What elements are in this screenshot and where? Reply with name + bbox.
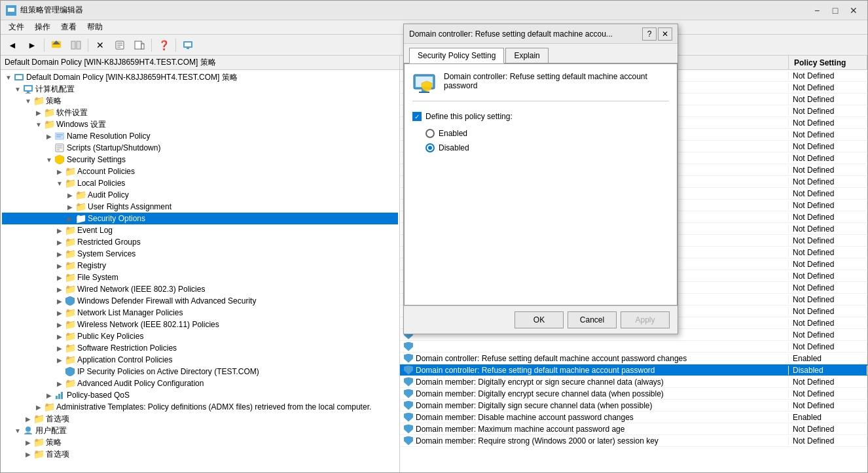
expander-defender[interactable]: ▶ [54,296,65,306]
radio-enabled[interactable] [425,129,435,138]
table-row[interactable]: Domain member: Digitally encrypt or sign… [400,376,867,388]
tree-item-wireless-network[interactable]: ▶ 📁 Wireless Network (IEEE 802.11) Polic… [2,319,398,330]
show-hide-button[interactable] [67,37,85,54]
tree-item-computer-config[interactable]: ▼ 计算机配置 [2,83,398,95]
expander-name-resolution[interactable]: ▶ [44,131,54,141]
tree-item-admin-templates[interactable]: ▶ 📁 Administrative Templates: Policy def… [2,401,398,413]
tree-item-policy[interactable]: ▼ 📁 策略 [2,95,398,107]
apply-button[interactable]: Apply [621,311,670,328]
radio-disabled[interactable] [425,143,435,152]
tree-item-user-policy[interactable]: ▶ 📁 策略 [2,436,398,448]
tree-item-event-log[interactable]: ▶ 📁 Event Log [2,224,398,236]
tree-item-file-system[interactable]: ▶ 📁 File System [2,272,398,283]
expander-user-rights[interactable]: ▶ [65,201,75,212]
tree-item-system-services[interactable]: ▶ 📁 System Services [2,248,398,260]
tree-item-ip-security[interactable]: ▶ IP Security Policies on Active Directo… [2,366,398,377]
export-button[interactable] [130,37,149,54]
table-row[interactable]: Domain member: Digitally encrypt secure … [400,388,867,400]
tree-item-network-list[interactable]: ▶ 📁 Network List Manager Policies [2,307,398,319]
expander-qos[interactable]: ▶ [44,390,54,400]
properties-button[interactable] [111,37,129,54]
expander-policy[interactable]: ▼ [23,96,33,106]
tree-item-application-control[interactable]: ▶ 📁 Application Control Policies [2,354,398,366]
policy-icon [404,436,413,446]
expander-registry[interactable]: ▶ [54,260,65,271]
menu-action[interactable]: 操作 [29,20,56,34]
back-button[interactable]: ◄ [3,37,22,54]
dialog-close-button[interactable]: ✕ [658,27,672,41]
ok-button[interactable]: OK [515,311,564,328]
expander-restricted[interactable]: ▶ [54,237,65,247]
tree-item-advanced-audit[interactable]: ▶ 📁 Advanced Audit Policy Configuration [2,377,398,389]
expander-advanced-audit[interactable]: ▶ [54,378,65,389]
expander-security-options[interactable]: ▶ [65,213,75,224]
expander-software-settings[interactable]: ▶ [33,107,44,118]
expander-audit[interactable]: ▶ [65,190,75,200]
forward-button[interactable]: ► [23,37,41,54]
tab-explain[interactable]: Explain [505,48,548,63]
menu-help[interactable]: 帮助 [82,20,108,34]
expander-windows-settings[interactable]: ▼ [33,119,44,130]
table-row[interactable]: Domain member: Disable machine account p… [400,412,867,423]
tree-item-policy-qos[interactable]: ▶ Policy-based QoS [2,389,398,401]
up-button[interactable] [47,37,65,54]
console-button[interactable] [179,37,197,54]
expander-system-services[interactable]: ▶ [54,249,65,259]
dialog-help-button[interactable]: ? [642,27,657,41]
expander-favorites[interactable]: ▶ [23,413,33,424]
delete-button[interactable]: ✕ [91,37,109,54]
expander-admin-templates[interactable]: ▶ [33,402,44,412]
tree-item-root[interactable]: ▼ Default Domain Policy [WIN-K8JJ8659HT4… [2,71,398,83]
expander-wireless[interactable]: ▶ [54,319,65,330]
tree-item-software-settings[interactable]: ▶ 📁 软件设置 [2,107,398,118]
tree-item-user-favorites[interactable]: ▶ 📁 首选项 [2,448,398,460]
tree-item-user-rights[interactable]: ▶ 📁 User Rights Assignment [2,201,398,213]
tree-item-registry[interactable]: ▶ 📁 Registry [2,260,398,272]
maximize-button[interactable]: □ [827,3,844,18]
table-row-enabled[interactable]: Domain controller: Refuse setting defaul… [400,353,867,364]
tree-item-local-policies[interactable]: ▼ 📁 Local Policies [2,177,398,189]
expander-software-restriction[interactable]: ▶ [54,343,65,353]
table-row-selected[interactable]: Domain controller: Refuse setting defaul… [400,364,867,376]
tab-security-policy-setting[interactable]: Security Policy Setting [409,48,504,63]
tree-item-user-config[interactable]: ▼ 用户配置 [2,425,398,436]
expander-local-policies[interactable]: ▼ [54,178,65,188]
tree-item-public-key[interactable]: ▶ 📁 Public Key Policies [2,330,398,342]
menu-file[interactable]: 文件 [3,20,29,34]
expander-security-settings[interactable]: ▼ [44,154,54,165]
expander-network-list[interactable]: ▶ [54,307,65,318]
tree-item-security-settings[interactable]: ▼ Security Settings [2,154,398,166]
expander-event-log[interactable]: ▶ [54,225,65,236]
define-checkbox[interactable]: ✓ [412,112,422,121]
expander-user-favorites[interactable]: ▶ [23,449,33,459]
tree-item-scripts[interactable]: ▶ Scripts (Startup/Shutdown) [2,142,398,154]
tree-item-software-restriction[interactable]: ▶ 📁 Software Restriction Policies [2,342,398,354]
expander-app-control[interactable]: ▶ [54,355,65,365]
expander-computer-config[interactable]: ▼ [12,84,23,94]
table-row[interactable]: Domain member: Digitally sign secure cha… [400,400,867,412]
expander-wired[interactable]: ▶ [54,284,65,294]
close-button[interactable]: ✕ [845,3,862,18]
tree-item-wired-network[interactable]: ▶ 📁 Wired Network (IEEE 802.3) Policies [2,283,398,295]
expander-account-policies[interactable]: ▶ [54,166,65,177]
table-row[interactable]: Domain member: Require strong (Windows 2… [400,435,867,447]
tree-item-restricted-groups[interactable]: ▶ 📁 Restricted Groups [2,236,398,248]
tree-item-account-policies[interactable]: ▶ 📁 Account Policies [2,166,398,177]
minimize-button[interactable]: − [808,3,825,18]
tree-item-favorites[interactable]: ▶ 📁 首选项 [2,413,398,425]
expander-user-policy[interactable]: ▶ [23,437,33,447]
tree-item-name-resolution[interactable]: ▶ Name Resolution Policy [2,130,398,142]
table-row[interactable]: Not Defined [400,341,867,353]
expander-file-system[interactable]: ▶ [54,272,65,283]
cancel-button[interactable]: Cancel [568,311,617,328]
tree-item-windows-defender[interactable]: ▶ Windows Defender Firewall with Advance… [2,295,398,307]
tree-item-security-options[interactable]: ▶ 📁 Security Options [2,213,398,224]
expander-user-config[interactable]: ▼ [12,425,23,436]
tree-item-audit-policy[interactable]: ▶ 📁 Audit Policy [2,189,398,201]
tree-item-windows-settings[interactable]: ▼ 📁 Windows 设置 [2,118,398,130]
expander-root[interactable]: ▼ [3,72,14,82]
menu-view[interactable]: 查看 [56,20,82,34]
expander-public-key[interactable]: ▶ [54,331,65,342]
help-button[interactable]: ❓ [154,37,173,54]
table-row[interactable]: Domain member: Maximum machine account p… [400,423,867,435]
